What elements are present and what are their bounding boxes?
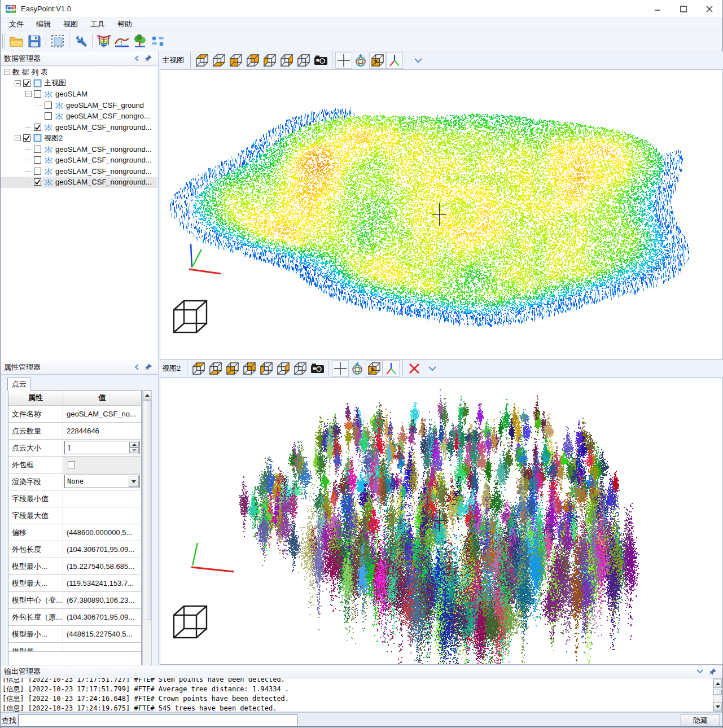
log-scrollbar[interactable] — [713, 678, 722, 712]
tree-checkbox[interactable] — [34, 146, 41, 153]
property-row-7: 偏移(448600.000000,5... — [8, 524, 141, 541]
save-button[interactable] — [25, 33, 43, 50]
scroll-up-button[interactable] — [143, 391, 151, 400]
scroll-down-button[interactable] — [713, 702, 722, 711]
property-manager-header: 属性管理器 — [1, 360, 158, 375]
close-view-button[interactable] — [406, 360, 423, 377]
view-top-button[interactable] — [190, 360, 207, 377]
find-input[interactable] — [18, 714, 297, 727]
tree-detection-button[interactable] — [131, 33, 149, 50]
toolbar-grip[interactable] — [2, 34, 5, 49]
maximize-button[interactable] — [671, 0, 696, 18]
tree-item-geoslam_csf_nonground-[interactable]: geoSLAM_CSF_nonground... — [1, 166, 157, 177]
help-cube-button[interactable]: ? — [369, 52, 386, 69]
menu-item-3[interactable]: 工具 — [84, 18, 111, 30]
scroll-thumb[interactable] — [143, 400, 151, 620]
tree-checkbox[interactable] — [34, 90, 41, 98]
view-right-button[interactable] — [278, 52, 295, 69]
menu-item-0[interactable]: 文件 — [3, 18, 30, 30]
tree-checkbox[interactable] — [23, 80, 30, 87]
view-front-button[interactable] — [224, 360, 241, 377]
viewport-view2 — [160, 378, 723, 665]
property-row-9: 模型最小...(15.227540,58.685... — [8, 558, 141, 575]
view-iso-button[interactable] — [292, 360, 309, 377]
select-area-button[interactable] — [49, 33, 67, 50]
point-size-input[interactable]: 1 — [64, 441, 140, 454]
view-bottom-button[interactable] — [207, 360, 224, 377]
menu-item-1[interactable]: 编辑 — [30, 18, 57, 30]
col-header-value[interactable]: 值 — [63, 391, 141, 405]
close-button[interactable] — [696, 0, 722, 18]
view-cube-icon[interactable] — [172, 603, 209, 644]
view-cube-icon[interactable] — [172, 297, 209, 339]
chevron-down-icon[interactable] — [696, 669, 704, 674]
tree-checkbox[interactable] — [23, 134, 30, 142]
tree-checkbox[interactable] — [34, 168, 41, 175]
toolbar-more-chevron[interactable] — [411, 52, 426, 69]
dropdown-arrow[interactable] — [129, 476, 139, 487]
viewport-main — [160, 69, 723, 359]
tree-item--2[interactable]: 视图2 — [1, 133, 157, 144]
toolbar-more-chevron[interactable] — [425, 360, 440, 377]
pin-icon[interactable] — [144, 54, 152, 63]
collapse-left-icon[interactable] — [134, 55, 139, 62]
tree-item--[interactable]: 主视图 — [1, 78, 157, 89]
csf-filter-button[interactable] — [95, 33, 113, 50]
view-bottom-button[interactable] — [211, 52, 227, 69]
tree-item-geoslam[interactable]: geoSLAM — [1, 89, 157, 100]
view-back-button[interactable] — [241, 360, 258, 377]
view-front-button[interactable] — [227, 52, 244, 69]
view-back-button[interactable] — [244, 52, 261, 69]
tree-item-geoslam_csf_nonground-[interactable]: geoSLAM_CSF_nonground... — [1, 122, 157, 133]
tree-checkbox[interactable] — [34, 124, 41, 131]
axis-button[interactable] — [383, 360, 400, 377]
orbit-button[interactable] — [352, 52, 369, 69]
tree-checkbox[interactable] — [34, 178, 41, 186]
spin-down-button[interactable] — [129, 448, 139, 453]
crosshair-button[interactable] — [335, 52, 352, 69]
tree-checkbox[interactable] — [45, 102, 52, 109]
view-left-button[interactable] — [258, 360, 275, 377]
view-top-button[interactable] — [194, 52, 211, 69]
col-header-property[interactable]: 属性 — [8, 391, 63, 405]
log-line-1: [信息] [2022-10-23 17:17:51.799] #FTE# Ave… — [2, 685, 711, 694]
axis-button[interactable] — [386, 52, 403, 69]
open-folder-button[interactable] — [7, 33, 25, 50]
point-segmentation-button[interactable] — [149, 33, 167, 50]
profile-analysis-button[interactable] — [113, 33, 131, 50]
snapshot-camera-button[interactable] — [309, 360, 326, 377]
collapse-left-icon[interactable] — [134, 363, 139, 371]
render-field-select[interactable]: None — [64, 475, 140, 488]
menu-item-4[interactable]: 帮助 — [111, 18, 138, 30]
app-logo-icon — [5, 3, 16, 15]
view-left-button[interactable] — [261, 52, 278, 69]
scroll-up-button[interactable] — [713, 679, 722, 688]
tree-item-geoslam_csf_ground[interactable]: geoSLAM_CSF_ground — [1, 100, 157, 111]
tree-item-geoslam_csf_nonground-[interactable]: geoSLAM_CSF_nonground... — [1, 177, 157, 188]
settings-wrench-button[interactable] — [72, 33, 90, 50]
tree-item--[interactable]: 数 据 列 表 — [1, 67, 157, 78]
tab-point-cloud[interactable]: 点云 — [7, 378, 31, 391]
hide-button[interactable]: 隐藏 — [681, 714, 720, 727]
view-right-button[interactable] — [275, 360, 292, 377]
pin-icon[interactable] — [708, 668, 717, 676]
crosshair-button[interactable] — [332, 360, 349, 377]
menu-item-2[interactable]: 视图 — [57, 18, 84, 30]
pin-icon[interactable] — [144, 363, 152, 371]
help-cube-button[interactable]: ? — [366, 360, 383, 377]
minimize-button[interactable] — [645, 0, 671, 18]
snapshot-camera-button[interactable] — [312, 52, 329, 69]
bbox-checkbox[interactable] — [68, 461, 75, 468]
point-cloud-segmentation-canvas[interactable] — [160, 378, 722, 664]
tree-item-geoslam_csf_nonground-[interactable]: geoSLAM_CSF_nonground... — [1, 155, 157, 166]
cloud-icon — [44, 146, 53, 153]
view-iso-button[interactable] — [295, 52, 312, 69]
tree-item-geoslam_csf_nongro-[interactable]: geoSLAM_CSF_nongro... — [1, 111, 157, 122]
tree-item-geoslam_csf_nonground-[interactable]: geoSLAM_CSF_nonground... — [1, 144, 157, 155]
spin-up-button[interactable] — [129, 442, 139, 448]
scroll-thumb[interactable] — [713, 690, 722, 695]
property-table-scrollbar[interactable] — [142, 390, 152, 708]
tree-checkbox[interactable] — [34, 156, 41, 164]
tree-checkbox[interactable] — [45, 112, 52, 120]
orbit-button[interactable] — [349, 360, 366, 377]
